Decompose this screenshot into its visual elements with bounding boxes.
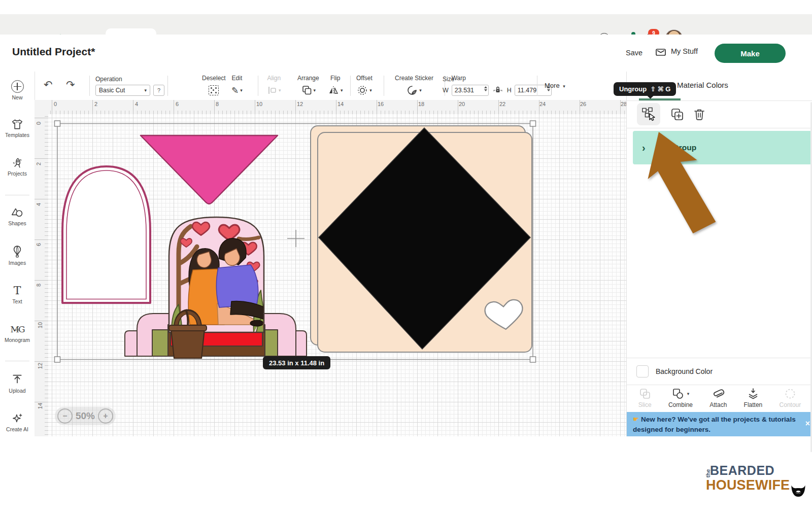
combine-button[interactable]: ▾ Combine: [668, 388, 693, 408]
redo-icon: ↷: [66, 79, 75, 90]
sidebar-item-label: Images: [9, 260, 26, 266]
more-menu[interactable]: More ▾: [545, 82, 565, 89]
flip-menu[interactable]: Flip ▾: [328, 75, 343, 96]
ruler-label: 14: [337, 101, 344, 107]
zoom-out-button[interactable]: −: [57, 408, 73, 424]
text-icon: T: [14, 285, 21, 297]
align-icon: [267, 85, 277, 95]
ungroup-tooltip: Ungroup ⇧ ⌘ G: [614, 82, 676, 96]
banner-close-icon[interactable]: ×: [805, 419, 810, 428]
contour-button: Contour: [780, 388, 801, 408]
create-sticker-menu[interactable]: Create Sticker ▾: [390, 75, 438, 96]
my-stuff-button[interactable]: My Stuff: [655, 46, 698, 57]
sidebar-item-monogram[interactable]: M̶G Monogram: [0, 323, 35, 343]
width-stepper[interactable]: [484, 86, 487, 91]
sidebar-item-label: Create AI: [6, 426, 28, 432]
redo-button[interactable]: ↷: [66, 79, 75, 91]
ruler-label: 6: [36, 243, 42, 246]
attach-button[interactable]: Attach: [709, 388, 727, 408]
sidebar-item-label: Text: [12, 298, 22, 304]
size-label: Size: [443, 76, 552, 83]
zoom-in-button[interactable]: +: [98, 408, 113, 424]
selection-handle-se[interactable]: [530, 357, 536, 362]
ruler-label: 0: [36, 122, 42, 125]
combine-label: Combine: [668, 401, 693, 408]
width-input[interactable]: [452, 85, 489, 96]
slice-label: Slice: [638, 401, 652, 408]
beard-icon: [790, 484, 807, 501]
make-button[interactable]: Make: [715, 44, 786, 63]
combine-icon: [672, 388, 684, 400]
upload-icon: [11, 374, 23, 386]
offset-menu[interactable]: Offset ▾: [356, 75, 373, 96]
deselect-icon: [209, 85, 219, 95]
deselect-button[interactable]: Deselect: [202, 75, 226, 96]
operation-group: Operation Basic Cut ▾ ?: [95, 76, 164, 96]
save-button[interactable]: Save: [626, 49, 642, 57]
ruler-label: 2: [94, 101, 97, 107]
edit-label: Edit: [232, 75, 243, 82]
flatten-button[interactable]: Flatten: [744, 388, 763, 408]
sidebar-item-text[interactable]: T Text: [0, 285, 35, 304]
edit-menu[interactable]: Edit ✎▾: [231, 75, 243, 96]
lock-aspect-icon[interactable]: [493, 85, 503, 96]
shapes-icon: [11, 207, 24, 219]
edit-caret-icon: ▾: [240, 88, 243, 93]
ruler-label: 14: [37, 403, 43, 409]
shape-couple-illustration[interactable]: [125, 217, 307, 358]
crosshair-cursor: [287, 230, 304, 247]
edit-toolbar: ↶ ↷ Operation Basic Cut ▾ ? Deselect Edi…: [35, 72, 626, 100]
shape-envelope[interactable]: [311, 126, 532, 352]
slice-icon: [639, 388, 651, 400]
ruler-label: 2: [36, 162, 42, 165]
selection-size-value: 23.53 in x 11.48 in: [269, 359, 324, 367]
operation-select[interactable]: Basic Cut ▾: [95, 85, 150, 96]
height-label: H: [507, 87, 512, 94]
operation-help-button[interactable]: ?: [153, 85, 164, 96]
create-ai-sparkle-icon: [11, 412, 23, 425]
ruler-label: 16: [378, 101, 384, 107]
logo-line2: HOUSEWIFE: [706, 477, 790, 493]
ruler-label: 4: [135, 101, 138, 107]
my-stuff-label: My Stuff: [671, 47, 698, 55]
shape-pink-triangle[interactable]: [141, 135, 278, 204]
operation-help-glyph: ?: [157, 87, 160, 93]
selection-handle-sw[interactable]: [55, 357, 60, 362]
sidebar-item-label: New: [12, 94, 22, 100]
paperclip-icon: [712, 388, 725, 400]
background-color-checkbox[interactable]: [636, 365, 649, 377]
sidebar-item-create-ai[interactable]: Create AI: [0, 412, 35, 432]
arrange-icon: [301, 85, 312, 96]
undo-button[interactable]: ↶: [44, 79, 53, 91]
create-sticker-label: Create Sticker: [395, 75, 433, 82]
sidebar-item-upload[interactable]: Upload: [0, 374, 35, 394]
ruler-label: 12: [297, 101, 303, 107]
arrange-menu[interactable]: Arrange ▾: [297, 75, 319, 96]
selection-handle-ne[interactable]: [530, 121, 536, 126]
flatten-label: Flatten: [744, 401, 763, 408]
sidebar-item-new[interactable]: New: [0, 80, 35, 100]
pointing-hand-icon: ☛: [633, 416, 639, 423]
sidebar-item-shapes[interactable]: Shapes: [0, 207, 35, 226]
sidebar-item-images[interactable]: Images: [0, 245, 35, 266]
projects-rocket-icon: [11, 157, 24, 169]
selection-handle-nw[interactable]: [55, 121, 60, 126]
tab-material-colors[interactable]: Material Colors: [677, 81, 728, 89]
ungroup-tooltip-shortcut: ⇧ ⌘ G: [650, 85, 670, 93]
ruler-label: 10: [37, 322, 43, 328]
project-title: Untitled Project*: [12, 46, 95, 58]
templates-icon: [11, 118, 24, 130]
sidebar-item-projects[interactable]: Projects: [0, 157, 35, 177]
ruler-label: 26: [580, 101, 586, 107]
sidebar-item-templates[interactable]: Templates: [0, 118, 35, 138]
ruler-label: 8: [216, 101, 219, 107]
app-window: { "topbar": { "home_label": "Home", "can…: [0, 0, 812, 516]
sticker-caret-icon: ▾: [419, 88, 422, 93]
sidebar-item-label: Monogram: [5, 337, 30, 343]
ruler-label: 10: [256, 101, 262, 107]
ruler-label: 24: [539, 101, 546, 107]
make-button-label: Make: [740, 49, 760, 58]
window-tab-bar: Home Canvas Help ? 9 The Bearded Housewi…: [0, 14, 812, 35]
ungroup-tooltip-label: Ungroup: [619, 85, 647, 93]
new-icon: [11, 80, 24, 93]
